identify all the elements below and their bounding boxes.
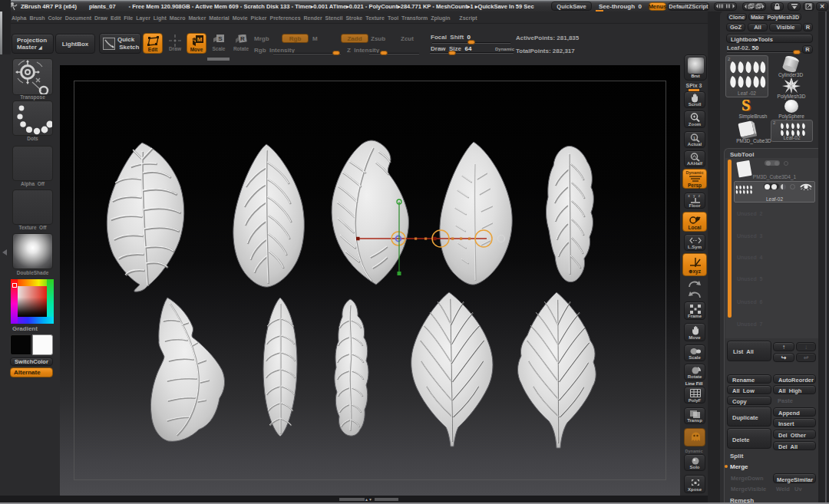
- svg-text:S: S: [741, 97, 750, 114]
- svg-text:M: M: [197, 36, 203, 43]
- svg-text:1: 1: [693, 136, 696, 140]
- svg-text:S: S: [218, 35, 223, 42]
- svg-text:R: R: [240, 35, 245, 42]
